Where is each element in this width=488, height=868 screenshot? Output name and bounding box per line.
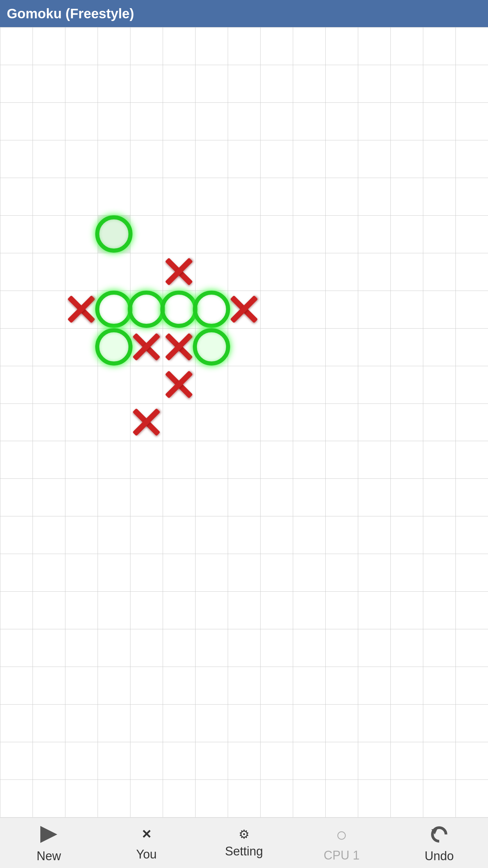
- gear-icon: ⚙: [239, 827, 249, 842]
- piece-3[interactable]: [95, 291, 133, 328]
- cpu1-label: CPU 1: [324, 848, 360, 863]
- app-title: Gomoku (Freestyle): [7, 6, 134, 21]
- you-button[interactable]: ✕ You: [102, 819, 190, 867]
- piece-2[interactable]: [64, 292, 98, 326]
- piece-6[interactable]: [193, 291, 230, 328]
- undo-label: Undo: [425, 849, 454, 863]
- piece-11[interactable]: [193, 328, 230, 366]
- cpu1-icon: ○: [336, 824, 347, 846]
- you-label: You: [136, 847, 157, 862]
- piece-9[interactable]: [129, 330, 163, 364]
- piece-8[interactable]: [95, 328, 133, 366]
- piece-12[interactable]: [162, 368, 196, 401]
- game-board[interactable]: [0, 27, 488, 817]
- you-icon: ✕: [136, 824, 157, 845]
- piece-5[interactable]: [160, 291, 198, 328]
- bottom-bar: New ✕ You ⚙ Setting ○ CPU 1 Undo: [0, 817, 488, 868]
- new-button[interactable]: New: [5, 819, 93, 867]
- svg-marker-0: [40, 826, 57, 843]
- setting-label: Setting: [225, 844, 263, 859]
- piece-0[interactable]: [95, 215, 133, 253]
- pieces-layer[interactable]: [0, 27, 488, 817]
- piece-10[interactable]: [162, 330, 196, 364]
- piece-1[interactable]: [162, 255, 196, 289]
- new-icon: [37, 823, 61, 846]
- new-label: New: [37, 849, 61, 863]
- title-bar: Gomoku (Freestyle): [0, 0, 488, 27]
- piece-7[interactable]: [227, 292, 261, 326]
- piece-13[interactable]: [129, 405, 163, 439]
- piece-4[interactable]: [128, 291, 165, 328]
- undo-icon: [427, 823, 451, 846]
- undo-button[interactable]: Undo: [395, 819, 483, 867]
- setting-button[interactable]: ⚙ Setting: [200, 819, 288, 867]
- cpu1-button[interactable]: ○ CPU 1: [298, 819, 386, 867]
